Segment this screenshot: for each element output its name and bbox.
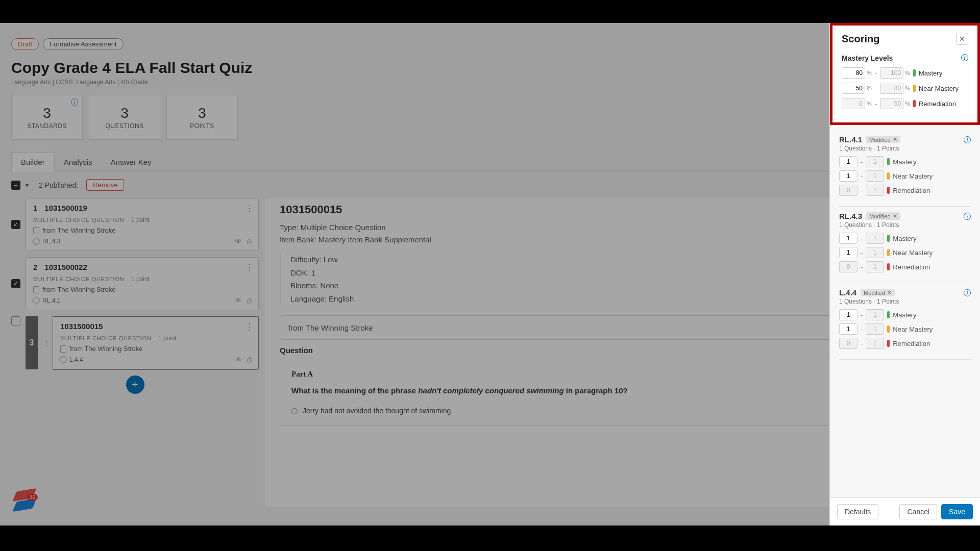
standard-sub: 1 Questions · 1 Points [839,221,971,229]
select-all-checkbox[interactable]: – [11,181,20,190]
question-standard: RL.4.3 [42,238,60,245]
question-id: 1031500019 [44,204,87,212]
remove-chip-icon[interactable]: ✕ [893,213,897,219]
modified-chip[interactable]: Modified✕ [861,289,895,296]
std-mastery-lo[interactable] [839,233,857,244]
visibility-icon[interactable]: 👁 [235,356,242,364]
std-near-lo[interactable] [839,170,857,182]
question-source: from The Winning Stroke [69,345,143,353]
page-title: Copy Grade 4 ELA Fall Start Quiz [11,59,969,77]
question-checkbox-3[interactable] [11,316,20,325]
std-near-hi [866,323,884,335]
std-near-lo[interactable] [839,323,857,335]
stat-points-label: POINTS [190,122,214,130]
info-icon[interactable]: i [964,213,971,220]
add-question-button[interactable]: + [126,375,144,394]
question-card-3[interactable]: ⋮ 1031500015 MULTIPLE CHOICE QUESTION 1 … [53,316,259,369]
info-icon[interactable]: i [964,289,971,296]
tab-answerkey[interactable]: Answer Key [102,152,161,171]
std-near-label: Near Mastery [893,172,933,180]
mastery-dot-icon [887,158,890,165]
remove-chip-icon[interactable]: ✕ [887,289,892,296]
standard-sub: 1 Questions · 1 Points [839,298,971,305]
question-points: 1 point [131,216,150,223]
info-icon[interactable]: i [961,54,968,61]
option-text: Jerry had not avoided the thought of swi… [303,406,453,416]
visibility-icon[interactable]: 👁 [235,237,242,245]
modified-chip[interactable]: Modified✕ [866,212,900,220]
mastery-low-input[interactable] [842,67,865,79]
remove-chip-icon[interactable]: ✕ [893,136,897,143]
std-near-label: Near Mastery [893,325,933,333]
select-dropdown-icon[interactable]: ▾ [26,182,29,189]
stat-standards[interactable]: i 3 STANDARDS [11,95,83,140]
print-icon[interactable]: ⎙ [247,356,251,364]
info-icon[interactable]: i [964,136,971,143]
document-icon [60,345,66,353]
std-rem-label: Remediation [893,340,930,347]
question-id: 1031500015 [60,322,103,331]
question-card-1[interactable]: ⋮ 1 1031500019 MULTIPLE CHOICE QUESTION … [26,198,259,251]
kebab-icon[interactable]: ⋮ [245,321,253,332]
mastery-high-input [880,67,903,79]
question-type: MULTIPLE CHOICE QUESTION [60,335,152,341]
passage-title: from The Winning Stroke [288,323,373,332]
save-button[interactable]: Save [941,504,973,519]
std-mastery-hi [866,309,884,320]
std-rem-lo [839,261,857,272]
document-icon [33,286,39,293]
question-points: 1 point [131,276,150,283]
rem-high-input [880,98,903,109]
question-checkbox-1[interactable]: ✓ [11,220,20,229]
std-near-lo[interactable] [839,247,857,258]
info-icon[interactable]: i [71,98,78,106]
std-mastery-label: Mastery [893,311,916,319]
question-checkbox-2[interactable]: ✓ [11,279,20,288]
mastery-dot-icon [887,235,890,242]
question-source: from The Winning Stroke [42,227,116,234]
drag-handle-icon[interactable]: ⋮⋮ [43,316,48,369]
notification-badge: 30 [27,494,38,500]
rem-low-input [842,98,865,109]
standard-sub: 1 Questions · 1 Points [839,145,971,152]
question-number: 2 [33,263,37,271]
breadcrumb: Language Arts | CCSS: Language Arts | 4t… [11,79,969,86]
visibility-icon[interactable]: 👁 [235,296,242,305]
draft-chip: Draft [11,38,39,50]
kebab-icon[interactable]: ⋮ [245,203,253,214]
std-mastery-lo[interactable] [839,156,857,167]
near-dot-icon [887,249,890,256]
print-icon[interactable]: ⎙ [247,237,251,245]
std-mastery-hi [866,156,884,167]
std-near-hi [866,170,884,182]
kebab-icon[interactable]: ⋮ [245,262,253,273]
std-near-hi [866,247,884,258]
defaults-button[interactable]: Defaults [837,504,878,519]
tab-analysis[interactable]: Analysis [55,152,102,171]
tab-builder[interactable]: Builder [11,152,55,172]
print-icon[interactable]: ⎙ [247,296,251,305]
question-number: 1 [33,204,37,212]
modified-chip[interactable]: Modified✕ [866,136,900,143]
near-low-input[interactable] [842,83,865,94]
tag-icon [32,237,41,246]
stat-points[interactable]: 3 POINTS [166,95,238,140]
cancel-button[interactable]: Cancel [899,504,937,519]
notifications-widget[interactable]: 30 [15,497,34,510]
std-rem-lo [839,338,857,349]
stat-questions[interactable]: 3 QUESTIONS [89,95,160,140]
mastery-dot-icon [913,69,916,77]
mastery-dot-icon [887,311,890,318]
close-button[interactable]: ✕ [956,33,968,45]
mastery-levels-label: Mastery Levels [842,54,893,62]
radio-icon[interactable] [291,408,298,414]
remove-button[interactable]: Remove [86,179,124,191]
question-card-2[interactable]: ⋮ 2 1031500022 MULTIPLE CHOICE QUESTION … [26,257,259,310]
std-mastery-lo[interactable] [839,309,857,320]
std-rem-hi [866,338,884,349]
near-high-input [880,83,903,94]
standard-code: RL.4.1 [839,135,862,144]
selected-number-badge: 3 [26,316,38,369]
std-mastery-hi [866,233,884,244]
question-standard: L.4.4 [69,356,83,363]
